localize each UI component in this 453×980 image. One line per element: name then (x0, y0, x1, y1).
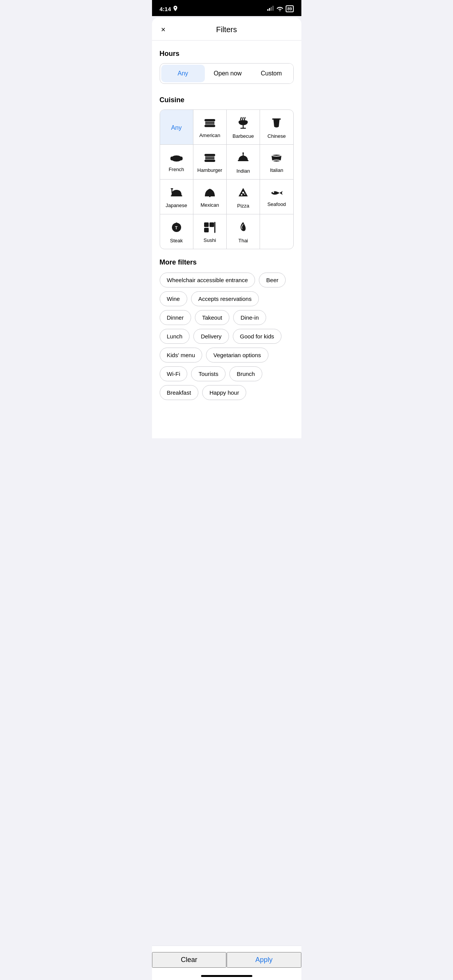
cuisine-italian[interactable]: Italian (260, 145, 293, 179)
svg-line-9 (242, 118, 243, 120)
indian-label: Indian (236, 168, 250, 174)
italian-label: Italian (270, 167, 283, 173)
cuisine-sushi[interactable]: Sushi (193, 214, 227, 249)
cuisine-indian[interactable]: Indian (227, 145, 260, 179)
svg-line-8 (240, 118, 241, 120)
cuisine-title: Cuisine (160, 96, 294, 104)
cuisine-mexican[interactable]: Mexican (193, 180, 227, 214)
cuisine-seafood[interactable]: Seafood (260, 180, 293, 214)
filter-takeout[interactable]: Takeout (195, 310, 230, 325)
steak-icon: T (170, 221, 183, 235)
filter-happy-hour[interactable]: Happy hour (202, 385, 247, 400)
filter-wheelchair[interactable]: Wheelchair accessible entrance (160, 273, 255, 287)
svg-point-29 (244, 194, 245, 195)
hours-open-now-button[interactable]: Open now (206, 64, 250, 83)
apply-button[interactable]: Apply (227, 952, 301, 968)
wifi-icon (276, 6, 283, 12)
filter-lunch[interactable]: Lunch (160, 329, 190, 344)
main-content: × Filters Hours Any Open now Custom Cuis… (152, 18, 301, 438)
svg-rect-3 (273, 6, 274, 11)
cuisine-chinese[interactable]: Chinese (260, 110, 293, 144)
svg-rect-2 (271, 7, 272, 11)
hours-section: Hours Any Open now Custom (152, 41, 301, 84)
location-icon (173, 6, 178, 12)
cuisine-section: Cuisine Any American (152, 87, 301, 249)
filter-wine[interactable]: Wine (160, 291, 187, 306)
cuisine-pizza[interactable]: Pizza (227, 180, 260, 214)
status-right: 89 (267, 5, 293, 12)
svg-point-15 (180, 157, 183, 160)
hours-custom-button[interactable]: Custom (250, 64, 293, 83)
svg-rect-18 (205, 158, 214, 159)
french-icon (170, 154, 183, 164)
filter-reservations[interactable]: Accepts reservations (191, 291, 259, 306)
cuisine-row-3: Japanese Mexican (160, 180, 293, 214)
svg-rect-16 (204, 154, 215, 156)
barbecue-label: Barbecue (232, 133, 254, 139)
filter-dinner[interactable]: Dinner (160, 310, 191, 325)
cuisine-row-4: T Steak Sushi (160, 214, 293, 249)
hours-toggle: Any Open now Custom (160, 63, 294, 84)
seafood-label: Seafood (267, 201, 286, 207)
cuisine-barbecue[interactable]: Barbecue (227, 110, 260, 144)
svg-point-21 (242, 152, 244, 154)
cuisine-hamburger[interactable]: Hamburger (193, 145, 227, 179)
filter-header: × Filters (152, 18, 301, 41)
cuisine-american[interactable]: American (193, 110, 227, 144)
svg-rect-34 (209, 222, 214, 227)
cuisine-empty (260, 214, 293, 249)
sushi-label: Sushi (204, 237, 216, 243)
filter-dine-in[interactable]: Dine-in (233, 310, 266, 325)
filter-brunch[interactable]: Brunch (229, 366, 262, 381)
pizza-label: Pizza (237, 203, 249, 209)
mexican-label: Mexican (201, 202, 219, 208)
cuisine-japanese[interactable]: Japanese (160, 180, 193, 214)
svg-point-30 (273, 191, 274, 193)
filter-tourists[interactable]: Tourists (191, 366, 226, 381)
svg-rect-19 (204, 160, 215, 162)
sushi-icon (203, 222, 216, 235)
header-title: Filters (216, 25, 237, 34)
filter-delivery[interactable]: Delivery (193, 329, 229, 344)
indian-icon (237, 152, 249, 166)
svg-rect-6 (205, 123, 214, 124)
filter-good-for-kids[interactable]: Good for kids (233, 329, 281, 344)
close-button[interactable]: × (160, 24, 167, 36)
chinese-icon (270, 117, 283, 131)
svg-rect-33 (204, 222, 209, 227)
italian-icon (270, 152, 283, 165)
japanese-icon (170, 187, 183, 200)
more-filters-section: More filters Wheelchair accessible entra… (152, 249, 301, 400)
cuisine-french[interactable]: French (160, 145, 193, 179)
barbecue-icon (237, 117, 249, 131)
svg-point-26 (209, 196, 211, 197)
svg-rect-7 (204, 125, 215, 127)
svg-point-13 (171, 155, 182, 162)
svg-text:T: T (175, 225, 178, 230)
hours-title: Hours (160, 50, 294, 58)
filter-beer[interactable]: Beer (259, 273, 286, 287)
steak-label: Steak (170, 238, 183, 243)
cuisine-any[interactable]: Any (160, 110, 193, 144)
svg-rect-22 (238, 160, 249, 161)
filter-breakfast[interactable]: Breakfast (160, 385, 198, 400)
thai-label: Thai (238, 238, 248, 243)
hours-any-button[interactable]: Any (161, 65, 205, 82)
svg-rect-4 (204, 119, 215, 121)
clear-button[interactable]: Clear (152, 952, 227, 968)
filter-wifi[interactable]: Wi-Fi (160, 366, 188, 381)
svg-rect-1 (269, 8, 270, 11)
hamburger-label: Hamburger (197, 167, 222, 173)
cuisine-thai[interactable]: Thai (227, 214, 260, 249)
filter-kids-menu[interactable]: Kids' menu (160, 348, 203, 363)
svg-rect-5 (205, 122, 214, 123)
more-filters-title: More filters (152, 258, 301, 266)
svg-point-14 (170, 157, 173, 160)
pizza-icon (237, 186, 249, 201)
svg-line-10 (244, 118, 245, 120)
signal-icon (267, 6, 274, 12)
filter-vegetarian[interactable]: Vegetarian options (206, 348, 268, 363)
seafood-icon (270, 188, 283, 199)
svg-rect-17 (205, 157, 214, 158)
cuisine-steak[interactable]: T Steak (160, 214, 193, 249)
